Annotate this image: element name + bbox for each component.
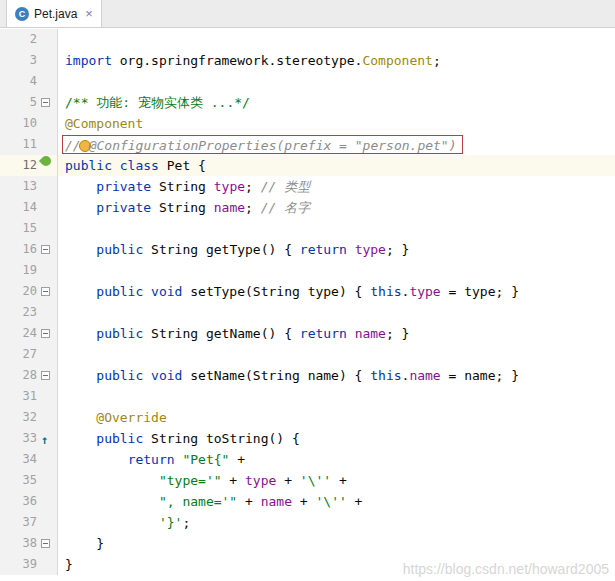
code-text (58, 260, 615, 281)
code-text: import org.springframework.stereotype.Co… (58, 50, 615, 71)
gutter[interactable]: 15 (0, 218, 58, 239)
token (65, 326, 96, 341)
code-text: } (58, 554, 615, 575)
gutter[interactable]: 5 (0, 92, 58, 113)
code-line[interactable]: 20 public void setType(String type) { th… (0, 281, 615, 302)
gutter[interactable]: 34 (0, 449, 58, 470)
token: setName(String name) { (190, 368, 370, 383)
gutter[interactable]: 37 (0, 512, 58, 533)
gutter[interactable]: 23 (0, 302, 58, 323)
fold-icon[interactable] (41, 287, 50, 296)
gutter[interactable]: 35 (0, 470, 58, 491)
token: String (159, 179, 214, 194)
gutter[interactable]: 36 (0, 491, 58, 512)
ide-window: C Pet.java × 23import org.springframewor… (0, 0, 615, 28)
code-line[interactable]: 13 private String type; // 类型 (0, 176, 615, 197)
code-line[interactable]: 19 (0, 260, 615, 281)
gutter[interactable]: 10 (0, 113, 58, 134)
token: name (409, 368, 440, 383)
gutter[interactable]: 24 (0, 323, 58, 344)
line-number: 38 (23, 533, 37, 554)
token: public void (96, 284, 190, 299)
code-line[interactable]: 12public class Pet { (0, 155, 615, 176)
gutter[interactable]: 39 (0, 554, 58, 575)
gutter[interactable]: 12 (0, 155, 58, 176)
token: // 名字 (261, 200, 310, 215)
fold-icon[interactable] (41, 539, 50, 548)
code-text: "type='" + type + '\'' + (58, 470, 615, 491)
close-icon[interactable]: × (85, 6, 93, 21)
code-text: @Component (58, 113, 615, 134)
code-line[interactable]: 3import org.springframework.stereotype.C… (0, 50, 615, 71)
code-line[interactable]: 27 (0, 344, 615, 365)
token: "Pet{" (182, 452, 229, 467)
code-line[interactable]: 32 @Override (0, 407, 615, 428)
gutter[interactable]: 33↑ (0, 428, 58, 449)
code-line[interactable]: 2 (0, 29, 615, 50)
line-number: 32 (23, 407, 37, 428)
token: + (222, 473, 245, 488)
editor[interactable]: 23import org.springframework.stereotype.… (0, 29, 615, 581)
code-line[interactable]: 10@Component (0, 113, 615, 134)
gutter[interactable]: 31 (0, 386, 58, 407)
gutter[interactable]: 19 (0, 260, 58, 281)
gutter[interactable]: 28 (0, 365, 58, 386)
gutter[interactable]: 27 (0, 344, 58, 365)
override-icon[interactable]: ↑ (41, 430, 48, 451)
code-line[interactable]: 34 return "Pet{" + (0, 449, 615, 470)
token (65, 452, 128, 467)
bean-icon[interactable] (39, 154, 53, 168)
fold-icon[interactable] (41, 98, 50, 107)
gutter[interactable]: 11 (0, 134, 58, 155)
token: String getType() { (151, 242, 300, 257)
code-line[interactable]: 38 } (0, 533, 615, 554)
token: @ConfigurationProperties(prefix = "perso… (89, 138, 457, 153)
gutter[interactable]: 13 (0, 176, 58, 197)
line-number: 27 (23, 344, 37, 365)
fold-icon[interactable] (41, 329, 50, 338)
code-line[interactable]: 23 (0, 302, 615, 323)
token: type (245, 473, 276, 488)
gutter[interactable]: 20 (0, 281, 58, 302)
token: + (237, 494, 260, 509)
code-line[interactable]: 37 '}'; (0, 512, 615, 533)
code-line[interactable]: 31 (0, 386, 615, 407)
code-text: private String type; // 类型 (58, 176, 615, 197)
code-line[interactable]: 35 "type='" + type + '\'' + (0, 470, 615, 491)
code-line[interactable]: 33↑ public String toString() { (0, 428, 615, 449)
token: return (128, 452, 183, 467)
code-line[interactable]: 5/** 功能: 宠物实体类 ...*/ (0, 92, 615, 113)
code-line[interactable]: 11//@ConfigurationProperties(prefix = "p… (0, 134, 615, 155)
code-line[interactable]: 36 ", name='" + name + '\'' + (0, 491, 615, 512)
fold-icon[interactable] (41, 371, 50, 380)
code-line[interactable]: 39} (0, 554, 615, 575)
code-line[interactable]: 15 (0, 218, 615, 239)
gutter[interactable]: 2 (0, 29, 58, 50)
code-text: //@ConfigurationProperties(prefix = "per… (58, 134, 615, 155)
token: + (276, 473, 299, 488)
token: setType(String type) { (190, 284, 370, 299)
token: String getName() { (151, 326, 300, 341)
gutter[interactable]: 3 (0, 50, 58, 71)
code-line[interactable]: 24 public String getName() { return name… (0, 323, 615, 344)
gutter[interactable]: 32 (0, 407, 58, 428)
gutter[interactable]: 14 (0, 197, 58, 218)
gutter[interactable]: 4 (0, 71, 58, 92)
line-number: 39 (23, 554, 37, 575)
token: type (409, 284, 440, 299)
gutter[interactable]: 16 (0, 239, 58, 260)
line-number: 33 (23, 428, 37, 449)
code-text: return "Pet{" + (58, 449, 615, 470)
code-line[interactable]: 28 public void setName(String name) { th… (0, 365, 615, 386)
tab-pet-java[interactable]: C Pet.java × (6, 0, 102, 27)
code-text: public String getName() { return name; } (58, 323, 615, 344)
line-number: 31 (23, 386, 37, 407)
token: import (65, 53, 120, 68)
fold-icon[interactable] (41, 245, 50, 254)
code-line[interactable]: 16 public String getType() { return type… (0, 239, 615, 260)
code-text (58, 71, 615, 92)
gutter[interactable]: 38 (0, 533, 58, 554)
code-line[interactable]: 4 (0, 71, 615, 92)
line-number: 5 (30, 92, 37, 113)
code-line[interactable]: 14 private String name; // 名字 (0, 197, 615, 218)
